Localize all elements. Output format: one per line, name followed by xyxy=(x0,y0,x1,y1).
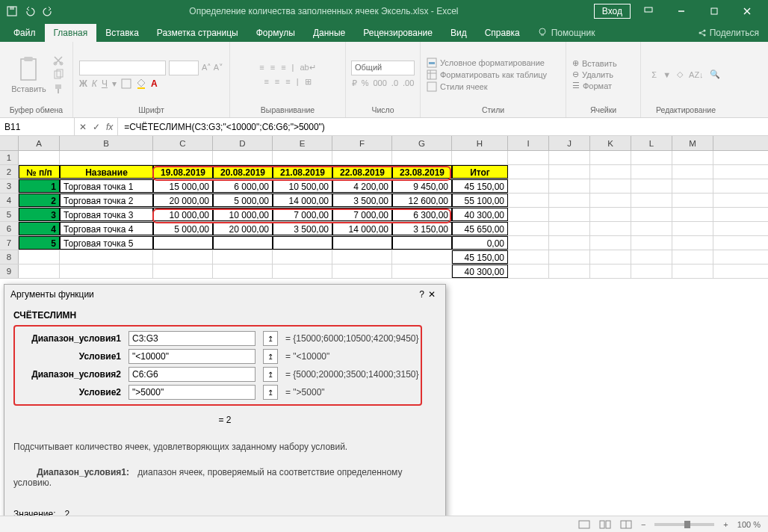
cell[interactable] xyxy=(332,236,392,250)
bold-button[interactable]: Ж xyxy=(79,78,87,89)
cell[interactable]: Итог xyxy=(452,165,508,179)
zoom-out-icon[interactable]: − xyxy=(641,520,645,529)
cell[interactable] xyxy=(590,179,631,193)
cell[interactable] xyxy=(508,236,549,250)
cell[interactable] xyxy=(672,165,713,179)
fill-icon[interactable]: ▼ xyxy=(663,70,671,79)
cell[interactable] xyxy=(213,265,273,278)
cell[interactable] xyxy=(631,151,672,164)
cell[interactable] xyxy=(392,250,452,264)
cell[interactable] xyxy=(590,236,631,250)
cell[interactable]: 20 000,00 xyxy=(153,194,213,207)
view-layout-icon[interactable] xyxy=(599,520,611,529)
underline-button[interactable]: Ч xyxy=(102,78,108,89)
col-head-I[interactable]: I xyxy=(508,136,549,150)
select-all-corner[interactable] xyxy=(0,136,19,150)
cell[interactable]: Торговая точка 5 xyxy=(60,236,153,250)
col-head-D[interactable]: D xyxy=(213,136,273,150)
cell[interactable]: 45 150,00 xyxy=(452,179,508,193)
cell[interactable] xyxy=(19,151,60,164)
percent-icon[interactable]: % xyxy=(362,78,369,88)
cell[interactable] xyxy=(508,165,549,179)
row-head[interactable]: 9 xyxy=(0,265,19,278)
cell[interactable] xyxy=(631,194,672,207)
merge-icon[interactable]: ⊞ xyxy=(305,77,312,87)
tab-view[interactable]: Вид xyxy=(442,24,476,42)
cell[interactable] xyxy=(590,194,631,207)
clear-icon[interactable]: ◇ xyxy=(677,69,683,79)
cell[interactable] xyxy=(273,236,332,250)
range-picker-icon[interactable]: ↥ xyxy=(263,385,278,400)
cell[interactable] xyxy=(549,222,590,235)
share-button[interactable]: Поделиться xyxy=(689,24,768,42)
sort-icon[interactable]: AZ↓ xyxy=(689,70,704,79)
arg-input[interactable] xyxy=(128,331,256,346)
cell[interactable] xyxy=(631,165,672,179)
italic-button[interactable]: К xyxy=(92,78,97,89)
cell[interactable]: № п/п xyxy=(19,165,60,179)
cell[interactable]: 7 000,00 xyxy=(273,208,332,221)
cell[interactable] xyxy=(332,151,392,164)
redo-icon[interactable] xyxy=(42,5,54,17)
col-head-C[interactable]: C xyxy=(153,136,213,150)
cell[interactable] xyxy=(631,179,672,193)
cell[interactable] xyxy=(590,222,631,235)
align-top-icon[interactable]: ≡ xyxy=(259,63,264,72)
format-cells-button[interactable]: ☰Формат xyxy=(572,81,612,90)
tab-insert[interactable]: Вставка xyxy=(96,24,148,42)
cut-icon[interactable] xyxy=(52,55,64,66)
dialog-close-icon[interactable]: ✕ xyxy=(424,289,439,300)
cell[interactable] xyxy=(672,250,713,264)
tab-formulas[interactable]: Формулы xyxy=(247,24,304,42)
cell[interactable] xyxy=(508,250,549,264)
zoom-in-icon[interactable]: + xyxy=(723,520,728,529)
cell[interactable] xyxy=(672,151,713,164)
cell[interactable] xyxy=(508,179,549,193)
col-head-E[interactable]: E xyxy=(273,136,332,150)
cell[interactable]: 3 500,00 xyxy=(273,222,332,235)
row-head[interactable]: 6 xyxy=(0,222,19,235)
cell[interactable]: Торговая точка 4 xyxy=(60,222,153,235)
paste-button[interactable]: Вставить xyxy=(8,55,49,95)
cell[interactable] xyxy=(590,165,631,179)
cell[interactable] xyxy=(392,265,452,278)
row-head[interactable]: 7 xyxy=(0,236,19,250)
cell[interactable] xyxy=(549,194,590,207)
delete-cells-button[interactable]: ⊖Удалить xyxy=(572,69,613,79)
cell[interactable] xyxy=(549,208,590,221)
cell[interactable] xyxy=(590,265,631,278)
cell[interactable]: 40 300,00 xyxy=(452,208,508,221)
cell[interactable] xyxy=(153,236,213,250)
arg-input[interactable] xyxy=(128,349,256,364)
cell[interactable]: 45 150,00 xyxy=(452,250,508,264)
cell[interactable] xyxy=(392,236,452,250)
cell[interactable]: 6 300,00 xyxy=(392,208,452,221)
dec-dec-icon[interactable]: .00 xyxy=(403,78,414,88)
cell[interactable] xyxy=(273,250,332,264)
comma-icon[interactable]: 000 xyxy=(373,78,386,88)
col-head-M[interactable]: M xyxy=(672,136,713,150)
cell[interactable]: 10 000,00 xyxy=(153,208,213,221)
zoom-slider[interactable] xyxy=(654,523,714,526)
tab-data[interactable]: Данные xyxy=(304,24,354,42)
cell[interactable] xyxy=(153,250,213,264)
cell[interactable] xyxy=(332,250,392,264)
undo-icon[interactable] xyxy=(24,5,36,17)
minimize-icon[interactable] xyxy=(666,0,696,22)
cell[interactable]: 7 000,00 xyxy=(332,208,392,221)
cell[interactable]: Торговая точка 3 xyxy=(60,208,153,221)
align-mid-icon[interactable]: ≡ xyxy=(270,63,275,72)
cell[interactable]: 5 000,00 xyxy=(213,194,273,207)
cell[interactable]: 12 600,00 xyxy=(392,194,452,207)
cell[interactable]: 3 500,00 xyxy=(332,194,392,207)
borders-icon[interactable] xyxy=(121,78,131,89)
cell[interactable]: 4 xyxy=(19,222,60,235)
row-head[interactable]: 5 xyxy=(0,208,19,221)
tab-layout[interactable]: Разметка страницы xyxy=(148,24,247,42)
range-picker-icon[interactable]: ↥ xyxy=(263,331,278,346)
cell[interactable] xyxy=(672,179,713,193)
col-head-A[interactable]: A xyxy=(19,136,60,150)
row-head[interactable]: 3 xyxy=(0,179,19,193)
cell[interactable] xyxy=(549,179,590,193)
format-table-button[interactable]: Форматировать как таблицу xyxy=(427,69,547,80)
